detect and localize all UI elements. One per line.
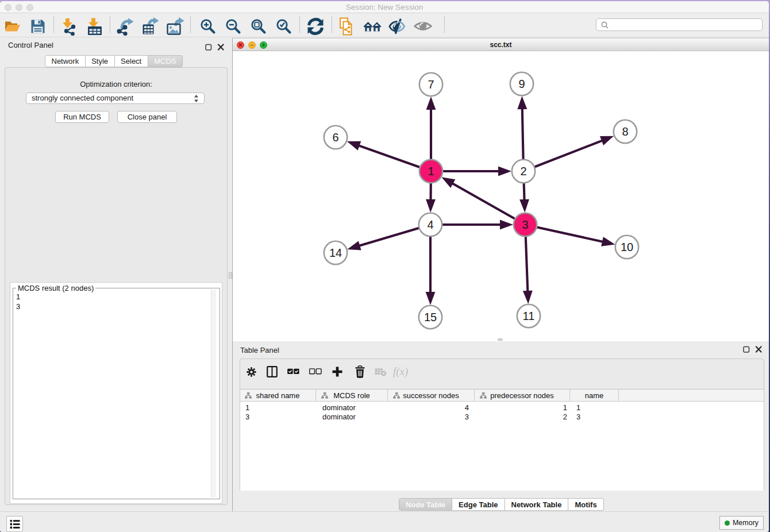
svg-text:6: 6 (332, 131, 338, 144)
svg-text:14: 14 (329, 246, 342, 259)
svg-text:10: 10 (621, 241, 633, 253)
svg-text:8: 8 (622, 125, 628, 138)
svg-text:2: 2 (520, 165, 526, 178)
svg-text:11: 11 (523, 310, 535, 322)
svg-text:7: 7 (428, 78, 434, 91)
svg-text:9: 9 (518, 78, 525, 90)
svg-text:3: 3 (522, 218, 528, 231)
svg-text:1: 1 (428, 165, 434, 178)
svg-text:4: 4 (427, 218, 433, 231)
svg-text:15: 15 (424, 311, 437, 323)
